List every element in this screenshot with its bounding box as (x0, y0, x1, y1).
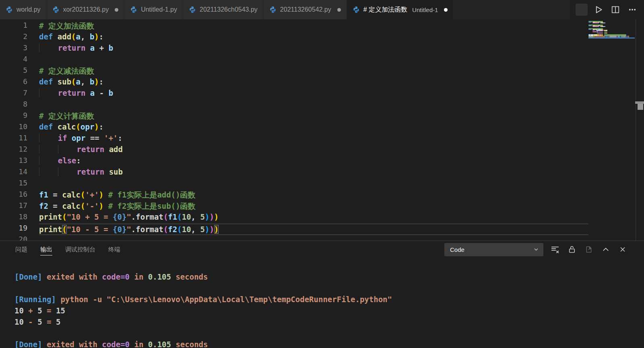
output-channel-value: Code (450, 246, 464, 253)
code-line-content[interactable]: return a + b (39, 43, 635, 55)
editor-tab-4[interactable]: 202113260542.py (264, 0, 347, 19)
code-line-content[interactable]: f2 = calc('-') # f2实际上是sub()函数 (39, 201, 635, 212)
indent-guide (39, 167, 58, 176)
maximize-panel-button[interactable] (601, 244, 611, 255)
code-line-content[interactable] (39, 179, 635, 190)
code-token: python -u "C:\Users\Lenovo\AppData\Local… (56, 295, 392, 304)
code-token: [Done] (14, 340, 42, 348)
code-token: ( (177, 225, 182, 234)
code-token: f1 (168, 212, 177, 221)
overview-ruler[interactable] (636, 19, 644, 241)
code-token: ) (209, 225, 214, 234)
panel-tab-2[interactable]: 调试控制台 (65, 241, 95, 258)
output-console[interactable]: [Done] exited with code=0 in 0.105 secon… (0, 258, 644, 348)
tab-label: xor20211326.py (63, 6, 109, 13)
minimap-line (601, 26, 604, 27)
editor-tab-bar: world.pyxor20211326.pyUntitled-1.py20211… (0, 0, 644, 19)
code-token: {0} (113, 225, 126, 234)
code-line-content[interactable]: else: (39, 156, 635, 167)
code-line-content[interactable] (39, 55, 635, 66)
code-token: , (191, 212, 200, 221)
code-line-4: 4 (0, 55, 644, 66)
code-token (85, 43, 90, 52)
code-line-content[interactable]: return sub (39, 167, 635, 179)
code-line-content[interactable]: # 定义加法函数 (39, 21, 635, 32)
code-line-content[interactable] (39, 100, 635, 111)
code-token: 10 (14, 306, 28, 315)
code-token: code (102, 272, 120, 281)
panel-tab-3[interactable]: 终端 (108, 241, 120, 258)
code-line-content[interactable]: # 定义计算函数 (39, 111, 635, 122)
code-token: seconds (171, 340, 208, 348)
editor-tab-3[interactable]: 20211326ch0543.py (183, 0, 264, 19)
code-token: sub (109, 167, 123, 176)
minimap[interactable] (588, 19, 636, 241)
code-line-content[interactable]: # 定义减法函数 (39, 66, 635, 77)
code-token (104, 167, 109, 176)
code-line-content[interactable]: def calc(opr): (39, 122, 635, 134)
code-token: def (39, 122, 53, 131)
code-line-content[interactable]: print("10 - 5 = {0}".format(f2(10, 5))) (39, 224, 635, 235)
editor-tab-2[interactable]: Untitled-1.py (124, 0, 183, 19)
code-token: return (77, 145, 105, 154)
code-token (53, 122, 57, 131)
code-token: ) (94, 122, 99, 131)
code-token: in (130, 272, 148, 281)
code-line-11: 11 if opr == '+': (0, 134, 644, 145)
output-line-6: [Done] exited with code=0 in 0.105 secon… (14, 339, 644, 348)
clear-output-button[interactable] (550, 244, 560, 255)
panel-tab-0[interactable]: 问题 (15, 241, 27, 258)
code-token: 10 (182, 212, 191, 221)
code-line-content[interactable]: print("10 + 5 = {0}".format(f1(10, 5))) (39, 212, 635, 224)
output-channel-select[interactable]: Code (444, 243, 543, 256)
code-line-content[interactable] (39, 235, 635, 241)
close-panel-button[interactable] (617, 244, 628, 255)
code-token: ) (99, 202, 103, 210)
line-number: 7 (0, 89, 27, 100)
editor-tab-1[interactable]: xor20211326.py (47, 0, 125, 19)
code-token: "10 - 5 = (67, 225, 113, 234)
code-line-2: 2def add(a, b): (0, 32, 644, 43)
tab-label: 20211326ch0543.py (200, 6, 258, 13)
code-token: a (76, 77, 80, 86)
line-number: 6 (0, 77, 27, 89)
code-token: =0 (120, 272, 130, 281)
code-token: 10 (14, 317, 28, 326)
code-line-content[interactable]: def sub(a, b): (39, 77, 635, 89)
tab-label: Untitled-1.py (141, 6, 177, 13)
code-token (103, 202, 108, 210)
code-line-content[interactable]: return add (39, 145, 635, 156)
split-editor-button[interactable] (609, 4, 621, 16)
code-token: seconds (171, 272, 208, 281)
code-token: a (90, 89, 95, 97)
code-token: a (76, 32, 80, 41)
code-token: ( (62, 212, 66, 221)
code-token: b (90, 32, 94, 41)
run-code-button[interactable] (592, 4, 605, 16)
code-token: b (109, 43, 113, 52)
code-line-content[interactable]: def add(a, b): (39, 32, 635, 43)
code-token: : (99, 122, 103, 131)
panel-tab-1[interactable]: 输出 (40, 241, 52, 258)
indent-guide (39, 134, 58, 142)
code-line-content[interactable]: f1 = calc('+') # f1实际上是add()函数 (39, 190, 635, 201)
more-actions-button[interactable] (626, 4, 638, 16)
code-line-content[interactable]: return a - b (39, 89, 635, 100)
code-token: ) (214, 212, 219, 221)
panel-header: 问题输出调试控制台终端 Code (0, 241, 644, 258)
minimap-current-line (588, 37, 635, 39)
code-token: 15 (52, 306, 65, 315)
code-editor[interactable]: 1# 定义加法函数2def add(a, b):3 return a + b45… (0, 19, 644, 241)
code-token: return (58, 43, 86, 52)
editor-tab-5[interactable]: # 定义加法函数Untitled-1 (347, 0, 454, 19)
indent-guide (39, 89, 58, 97)
unlock-icon[interactable] (567, 244, 577, 255)
editor-tab-0[interactable]: world.py (0, 0, 47, 19)
minimap-line (604, 26, 605, 27)
minimap-line (592, 30, 594, 31)
code-token: sub (58, 77, 71, 86)
open-output-in-editor-button[interactable] (584, 244, 594, 255)
python-language-icon[interactable] (576, 4, 588, 16)
code-token (67, 134, 72, 142)
code-line-content[interactable]: if opr == '+': (39, 134, 635, 145)
